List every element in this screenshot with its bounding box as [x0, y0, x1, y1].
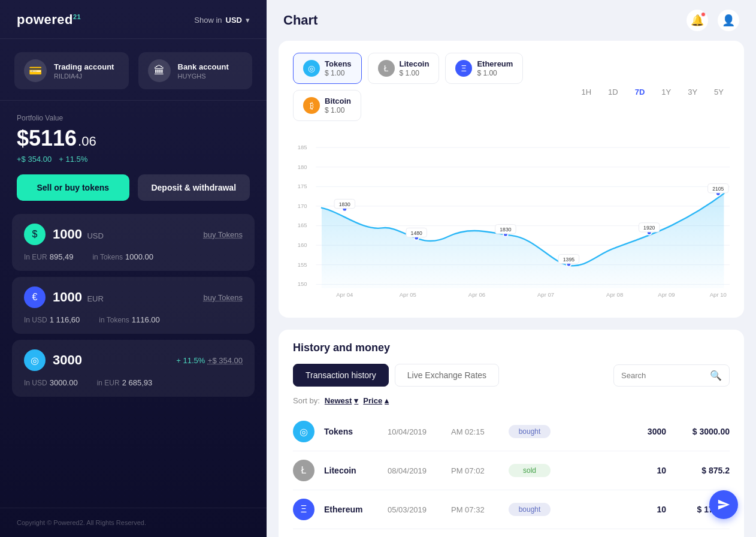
transactions-list: ◎ Tokens 10/04/2019 AM 02:15 bought 3000…	[293, 412, 730, 537]
chart-container: 185 180 175 170 165 160 155 150	[293, 135, 730, 306]
tx-badge-1: sold	[509, 464, 551, 477]
coin-tabs: ◎ Tokens $ 1.00 Ł Litecoin $ 1.00 Ξ Ethe…	[293, 53, 575, 121]
tx-time-0: AM 02:15	[451, 427, 499, 436]
balance-card-1: € 1000 EUR buy Tokens In USD1 116,60 in …	[12, 277, 255, 334]
history-section: History and money Transaction history Li…	[279, 330, 744, 537]
balance-sub2-1: in Tokens1116.00	[99, 315, 159, 324]
svg-text:150: 150	[298, 280, 307, 287]
coin-tab-price-1: $ 1.00	[400, 69, 430, 77]
main-content: Chart 🔔 👤 ◎ Tokens $ 1.00 Ł Litecoin $ 1…	[267, 0, 756, 537]
user-icon: 👤	[722, 14, 735, 27]
svg-text:Apr 09: Apr 09	[658, 291, 675, 298]
tab-live-exchange-rates[interactable]: Live Exchange Rates	[395, 364, 499, 387]
tx-time-1: PM 07:02	[451, 466, 499, 475]
coin-tab-name-3: Bitcoin	[325, 96, 351, 105]
coin-tab-name-0: Tokens	[325, 59, 352, 68]
balance-change-2: + 11.5%	[176, 356, 205, 365]
svg-text:1830: 1830	[500, 227, 511, 233]
tx-name-0: Tokens	[324, 427, 378, 436]
balance-amount-2: 3000	[53, 352, 82, 367]
accounts-row: 💳 Trading account RILDIA4J 🏛 Bank accoun…	[0, 39, 267, 101]
trading-account-icon: 💳	[24, 59, 47, 82]
balance-sub1-1: In USD1 116,60	[24, 315, 80, 324]
trading-account-card[interactable]: 💳 Trading account RILDIA4J	[14, 52, 129, 89]
svg-text:1395: 1395	[563, 257, 574, 263]
balance-card-0: $ 1000 USD buy Tokens In EUR895,49 in To…	[12, 214, 255, 271]
tx-qty-1: 10	[630, 466, 666, 475]
user-profile-button[interactable]: 👤	[718, 10, 739, 31]
coin-tab-tokens[interactable]: ◎ Tokens $ 1.00	[293, 53, 362, 84]
buy-link-1[interactable]: buy Tokens	[203, 293, 243, 302]
tx-name-1: Litecoin	[324, 466, 378, 475]
page-title: Chart	[283, 13, 317, 28]
balance-sub2-0: in Tokens1000.00	[92, 252, 153, 261]
history-tabs-row: Transaction history Live Exchange Rates …	[293, 364, 730, 387]
svg-text:Apr 08: Apr 08	[606, 291, 623, 298]
svg-text:2105: 2105	[712, 186, 724, 192]
tx-badge-0: bought	[509, 425, 551, 438]
coin-tab-ethereum[interactable]: Ξ Ethereum $ 1.00	[445, 53, 523, 84]
tx-icon-0: ◎	[293, 421, 315, 442]
time-btn-1d[interactable]: 1D	[602, 85, 624, 99]
balance-currency-1: EUR	[87, 294, 103, 303]
tx-icon-1: Ł	[293, 460, 315, 481]
sort-by-price[interactable]: Price ▴	[363, 396, 389, 405]
svg-text:Apr 10: Apr 10	[710, 291, 727, 298]
svg-text:1830: 1830	[339, 201, 350, 207]
tx-icon-2: Ξ	[293, 499, 315, 520]
coin-tab-price-2: $ 1.00	[477, 69, 513, 77]
buy-link-2[interactable]: +$ 354.00	[208, 356, 243, 365]
coin-tab-bitcoin[interactable]: ₿ Bitcoin $ 1.00	[293, 90, 361, 121]
table-row: Ξ Ethereum 05/03/2019 PM 07:32 bought 10…	[293, 490, 730, 529]
tx-date-2: 05/03/2019	[388, 505, 441, 514]
send-button[interactable]	[709, 490, 738, 519]
portfolio-change: +$ 354.00 + 11.5%	[17, 155, 250, 164]
currency-selector[interactable]: Show in USD ▾	[194, 16, 250, 25]
bank-account-card[interactable]: 🏛 Bank account HUYGHS	[138, 52, 253, 89]
tx-qty-0: 3000	[630, 427, 666, 436]
svg-text:170: 170	[298, 203, 307, 209]
sell-buy-button[interactable]: Sell or buy tokens	[17, 174, 129, 201]
svg-text:Apr 05: Apr 05	[400, 291, 416, 298]
buy-link-0[interactable]: buy Tokens	[203, 230, 243, 239]
send-icon	[717, 498, 730, 511]
svg-text:155: 155	[298, 261, 307, 268]
chevron-down-icon: ▾	[246, 16, 250, 25]
tx-time-2: PM 07:32	[451, 505, 499, 514]
time-btn-1h[interactable]: 1H	[575, 85, 597, 99]
sidebar-footer: Copyright © Powered2. All Rights Reserve…	[0, 508, 267, 537]
svg-text:160: 160	[298, 242, 307, 248]
coin-tab-price-0: $ 1.00	[325, 69, 352, 77]
chart-svg: 185 180 175 170 165 160 155 150	[293, 135, 730, 303]
svg-text:1480: 1480	[411, 230, 422, 236]
tx-badge-2: bought	[509, 503, 551, 516]
header-icons: 🔔 👤	[687, 10, 739, 31]
balance-icon-0: $	[24, 224, 46, 245]
coin-tabs-row: ◎ Tokens $ 1.00 Ł Litecoin $ 1.00 Ξ Ethe…	[293, 53, 730, 131]
svg-text:Apr 07: Apr 07	[537, 291, 554, 298]
notification-button[interactable]: 🔔	[687, 10, 708, 31]
balance-currency-0: USD	[87, 231, 103, 240]
time-btn-1y[interactable]: 1Y	[655, 85, 677, 99]
time-btn-5y[interactable]: 5Y	[708, 85, 730, 99]
svg-text:1920: 1920	[643, 225, 655, 231]
coin-tab-litecoin[interactable]: Ł Litecoin $ 1.00	[368, 53, 440, 84]
history-title: History and money	[293, 342, 730, 354]
sort-by-newest[interactable]: Newest ▾	[325, 396, 359, 405]
main-header: Chart 🔔 👤	[267, 0, 756, 41]
coin-tab-icon-3: ₿	[303, 97, 320, 114]
tab-transaction-history[interactable]: Transaction history	[293, 364, 389, 387]
notification-dot	[701, 12, 706, 17]
svg-text:Apr 04: Apr 04	[336, 291, 353, 298]
table-row: Ł Litecoin 08/04/2019 PM 07:02 sold 10 $…	[293, 451, 730, 490]
bank-account-info: Bank account HUYGHS	[178, 62, 229, 80]
search-input[interactable]	[621, 371, 705, 380]
coin-tab-icon-0: ◎	[303, 60, 320, 77]
time-btn-3y[interactable]: 3Y	[682, 85, 703, 99]
time-btn-7d[interactable]: 7D	[629, 85, 651, 99]
sort-row: Sort by: Newest ▾ Price ▴	[293, 396, 730, 405]
deposit-withdrawal-button[interactable]: Deposit & withdrawal	[138, 174, 250, 201]
balance-amount-1: 1000	[53, 289, 82, 304]
bank-account-icon: 🏛	[148, 59, 171, 82]
balance-sub1-0: In EUR895,49	[24, 252, 73, 261]
